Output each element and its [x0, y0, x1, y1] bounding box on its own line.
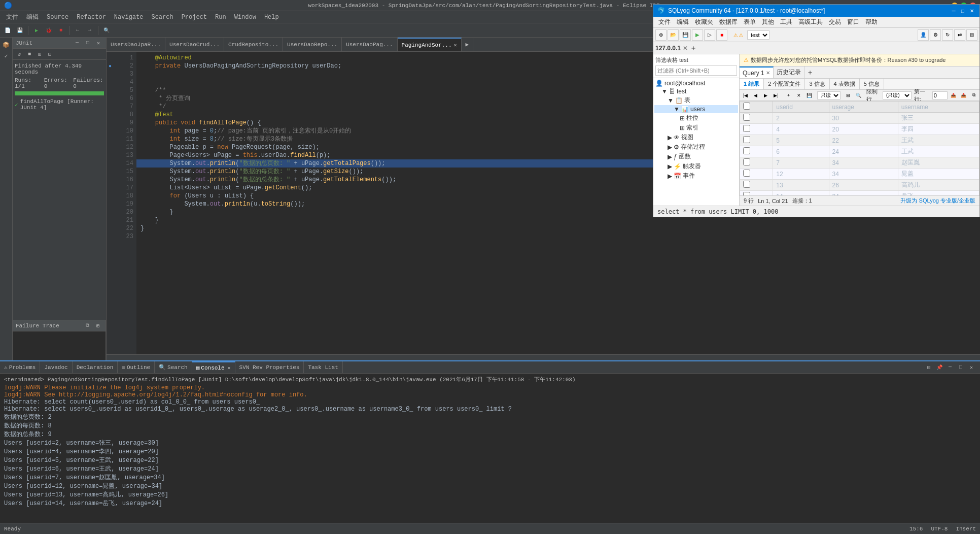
- console-pin-icon[interactable]: 📌: [935, 363, 944, 372]
- console-maximize-icon[interactable]: □: [956, 363, 965, 372]
- sq-addr-close-icon[interactable]: ✕: [683, 45, 688, 52]
- sqlyog-th-userid[interactable]: userid: [773, 102, 829, 113]
- sqlyog-add-tab-btn[interactable]: ＋: [804, 66, 816, 78]
- bottom-tab-problems[interactable]: ⚠ Problems: [0, 361, 40, 374]
- console-close-btn[interactable]: ✕: [967, 363, 976, 372]
- junit-minimize[interactable]: ─: [73, 39, 82, 48]
- sqlyog-result-tab-4[interactable]: 4 表数据: [830, 79, 860, 90]
- menu-project[interactable]: Project: [178, 13, 211, 22]
- sqlyog-result-tab-2[interactable]: 2 个配置文件: [764, 79, 805, 90]
- sqlyog-tree-columns[interactable]: ⊞ 柱位: [654, 113, 738, 123]
- sqlyog-table-row[interactable]: 4 20 李四: [740, 124, 979, 135]
- sqlyog-tree-views[interactable]: ▶ 👁 视图: [654, 132, 738, 142]
- sqlyog-row-checkbox[interactable]: [743, 136, 750, 143]
- sq-settings-btn[interactable]: ⚙: [930, 29, 941, 41]
- sqlyog-row-checkbox[interactable]: [743, 114, 750, 121]
- junit-stop[interactable]: ■: [25, 50, 34, 59]
- sqlyog-tree-tables[interactable]: ▼ 📋 表: [654, 95, 738, 105]
- sqlyog-row-checkbox[interactable]: [743, 170, 750, 177]
- sq-firstrow-input[interactable]: [932, 91, 948, 99]
- failure-filter-icon[interactable]: ⊞: [93, 321, 102, 330]
- junit-expand[interactable]: ⊟: [45, 50, 54, 59]
- sq-extra-btn[interactable]: ⊞: [966, 29, 977, 41]
- sqlyog-filter-input[interactable]: [655, 65, 737, 76]
- bottom-tab-declaration[interactable]: Declaration: [73, 361, 118, 374]
- menu-run[interactable]: Run: [211, 13, 230, 22]
- console-output[interactable]: <terminated> PagingAndSortingRepositoryT…: [0, 374, 980, 523]
- sqlyog-close-btn[interactable]: ✕: [968, 7, 975, 14]
- menu-edit[interactable]: 编辑: [22, 12, 43, 22]
- sqlyog-menu-advanced[interactable]: 高级工具: [795, 17, 826, 27]
- sqlyog-tree-procedures[interactable]: ▶ ⚙ 存储过程: [654, 142, 738, 152]
- menu-file[interactable]: 文件: [2, 12, 22, 22]
- toolbar-search[interactable]: 🔍: [101, 25, 112, 36]
- sq-open-btn[interactable]: 📂: [668, 29, 679, 41]
- sqlyog-row-checkbox[interactable]: [743, 158, 750, 165]
- menu-refactor[interactable]: Refactor: [73, 13, 110, 22]
- sqlyog-result-tab-1[interactable]: 1 结果: [740, 79, 764, 90]
- sqlyog-tree-users-table[interactable]: ▼ 📊 users: [654, 105, 738, 113]
- sqlyog-menu-other[interactable]: 其他: [759, 17, 777, 27]
- bottom-tab-outline[interactable]: ≡ Outline: [118, 361, 155, 374]
- toolbar-save[interactable]: 💾: [14, 25, 25, 36]
- sqlyog-table-row[interactable]: 6 24 王武: [740, 146, 979, 157]
- junit-maximize[interactable]: □: [83, 39, 92, 48]
- failure-copy-icon[interactable]: ⧉: [83, 321, 92, 330]
- tab-close-icon[interactable]: ✕: [454, 42, 457, 48]
- sq-user-btn[interactable]: 👤: [918, 29, 929, 41]
- sq-sync-btn[interactable]: ⇄: [954, 29, 965, 41]
- sqlyog-table-row[interactable]: 13 26 高鸡儿: [740, 180, 979, 191]
- tab-extra[interactable]: ▶: [462, 38, 474, 51]
- toolbar-forward[interactable]: →: [84, 25, 95, 36]
- sqlyog-result-tab-3[interactable]: 3 信息: [805, 79, 829, 90]
- tab-crudrepository[interactable]: CrudReposito...: [224, 38, 283, 51]
- sq-import-btn[interactable]: 📥: [959, 91, 968, 100]
- sqlyog-query-tab-1[interactable]: Query 1 ✕: [740, 66, 774, 78]
- sq-result-last[interactable]: ▶|: [771, 91, 781, 100]
- sq-addr-add-icon[interactable]: ＋: [690, 44, 697, 53]
- sqlyog-menu-favorites[interactable]: 收藏夹: [692, 17, 716, 27]
- toolbar-debug[interactable]: 🐞: [43, 25, 54, 36]
- sq-result-prev[interactable]: ◀: [751, 91, 760, 100]
- sqlyog-menu-edit[interactable]: 编辑: [674, 17, 692, 27]
- bottom-tab-search[interactable]: 🔍 Search: [155, 361, 192, 374]
- sqlyog-maximize-btn[interactable]: □: [959, 7, 966, 14]
- sqlyog-table-row[interactable]: 12 34 晁盖: [740, 169, 979, 180]
- bottom-tab-tasklist[interactable]: Task List: [304, 361, 342, 374]
- sq-result-first[interactable]: |◀: [741, 91, 750, 100]
- sqlyog-tree-triggers[interactable]: ▶ ⚡ 触发器: [654, 161, 738, 171]
- sqlyog-tree-root[interactable]: 👤 root@localhost: [654, 79, 738, 87]
- bottom-tab-javadoc[interactable]: Javadoc: [40, 361, 72, 374]
- tab-usersdaojpar[interactable]: UsersDaoJpaR...: [107, 38, 165, 51]
- junit-filter[interactable]: ⊞: [35, 50, 44, 59]
- sq-filter-btn[interactable]: ⊞: [843, 91, 853, 100]
- sqlyog-menu-transaction[interactable]: 交易: [826, 17, 844, 27]
- sqlyog-select-all[interactable]: [743, 103, 750, 110]
- sqlyog-query-tab-close[interactable]: ✕: [766, 70, 770, 76]
- sq-result-save[interactable]: 💾: [804, 91, 814, 100]
- sq-execute-current-btn[interactable]: ▷: [704, 29, 715, 41]
- horizontal-scrollbar[interactable]: [107, 354, 980, 360]
- sqlyog-menu-file[interactable]: 文件: [655, 17, 674, 27]
- bottom-tab-console[interactable]: ▤ Console ✕: [192, 361, 235, 374]
- menu-source[interactable]: Source: [43, 13, 73, 22]
- sqlyog-tree-functions[interactable]: ▶ ƒ 函数: [654, 152, 738, 161]
- toolbar-stop[interactable]: ■: [55, 25, 66, 36]
- console-minimize-icon[interactable]: ─: [946, 363, 955, 372]
- sqlyog-row-checkbox[interactable]: [743, 192, 750, 195]
- sq-export-btn[interactable]: 📤: [949, 91, 958, 100]
- toolbar-back[interactable]: ←: [72, 25, 83, 36]
- sqlyog-menu-database[interactable]: 数据库: [716, 17, 741, 27]
- menu-search[interactable]: Search: [147, 13, 177, 22]
- sqlyog-tree-events[interactable]: ▶ 📅 事件: [654, 171, 738, 181]
- menu-help[interactable]: Help: [260, 13, 283, 22]
- sq-readonly-selector[interactable]: 只读: [817, 91, 841, 99]
- sqlyog-menu-help[interactable]: 帮助: [862, 17, 881, 27]
- menu-window[interactable]: Window: [230, 13, 260, 22]
- junit-close[interactable]: ✕: [94, 39, 103, 48]
- sq-stop-btn[interactable]: ■: [716, 29, 727, 41]
- sqlyog-data-grid[interactable]: userid userage username 2 30 张三 4 20 李四 …: [740, 101, 979, 195]
- toolbar-run[interactable]: ▶: [31, 25, 42, 36]
- tab-usersdaorepo[interactable]: UsersDaoRepo...: [283, 38, 342, 51]
- sqlyog-upgrade-link[interactable]: 升级为 SQLyog 专业版/企业版: [900, 197, 975, 205]
